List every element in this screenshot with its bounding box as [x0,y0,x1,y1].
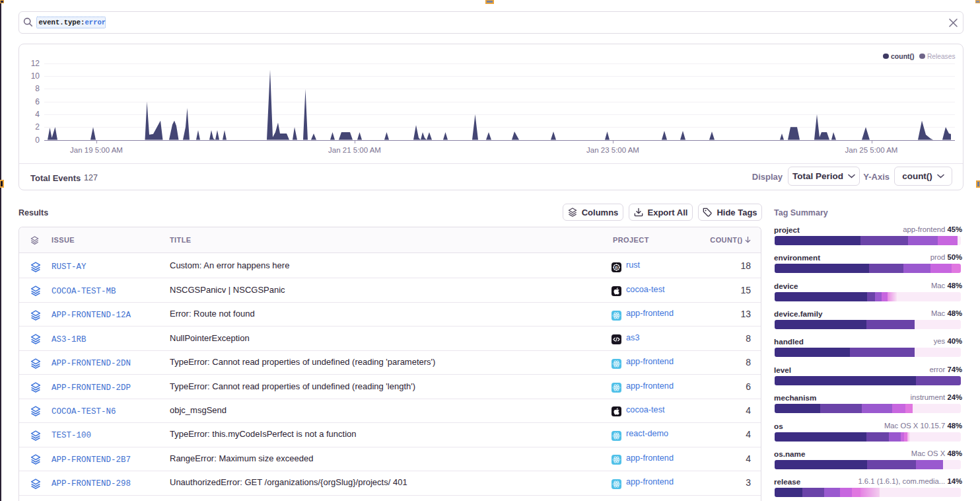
svg-text:R: R [615,264,618,269]
